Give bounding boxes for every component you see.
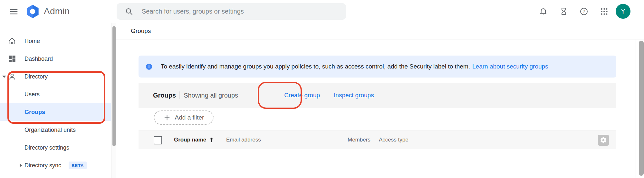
sidebar-item-groups[interactable]: Groups xyxy=(0,103,111,121)
list-title: Groups xyxy=(153,92,176,99)
select-all-checkbox[interactable] xyxy=(154,136,162,144)
sidebar-item-label: Groups xyxy=(24,109,45,115)
sidebar-item-directory[interactable]: Directory xyxy=(0,68,111,85)
column-email-address: Email address xyxy=(226,137,261,143)
admin-hexagon-icon xyxy=(26,5,40,18)
svg-text:?: ? xyxy=(583,9,585,14)
tab-bar: Groups xyxy=(116,23,636,39)
avatar-initial: Y xyxy=(621,7,626,16)
topbar: Admin ? Y xyxy=(0,0,644,23)
sidebar-item-home[interactable]: Home xyxy=(0,32,111,50)
sidebar-item-organizational-units[interactable]: Organizational units xyxy=(0,121,111,139)
sidebar-item-directory-sync[interactable]: Directory sync BETA xyxy=(0,156,111,174)
sidebar-scrollbar xyxy=(111,23,116,178)
tasks-button[interactable] xyxy=(553,2,574,20)
admin-logo: Admin xyxy=(26,3,70,20)
help-button[interactable]: ? xyxy=(574,2,594,20)
manage-columns-button[interactable] xyxy=(598,135,609,146)
collapse-caret-icon[interactable] xyxy=(2,76,6,78)
dashboard-icon xyxy=(8,54,16,63)
sidebar-item-label: Dashboard xyxy=(24,55,53,62)
apps-grid-icon xyxy=(600,7,609,16)
info-icon xyxy=(145,63,153,70)
inspect-groups-link[interactable]: Inspect groups xyxy=(334,92,374,99)
sidebar-scrollbar-thumb[interactable] xyxy=(112,26,116,146)
search-input[interactable] xyxy=(142,8,346,15)
sort-ascending-icon[interactable] xyxy=(208,137,215,143)
sidebar-item-users[interactable]: Users xyxy=(0,85,111,103)
sidebar-item-label: Directory sync xyxy=(24,162,61,169)
menu-icon[interactable] xyxy=(7,5,21,18)
main-scrollbar xyxy=(636,39,644,178)
plus-icon xyxy=(163,114,171,121)
banner-text: To easily identify and manage groups you… xyxy=(161,63,470,70)
sidebar-item-label: Home xyxy=(24,37,40,44)
column-access-type: Access type xyxy=(379,137,409,143)
main-content: Groups To easily identify and manage gro… xyxy=(116,23,636,178)
sidebar: Home Dashboard Directory Users Groups Or… xyxy=(0,23,111,178)
topbar-actions: ? Y xyxy=(533,0,630,23)
groups-table-header: Group name Email address Members Access … xyxy=(139,131,616,149)
sidebar-item-label: Directory settings xyxy=(24,144,69,151)
bell-icon xyxy=(539,7,548,16)
create-group-link[interactable]: Create group xyxy=(284,92,320,99)
hamburger-icon xyxy=(9,7,19,16)
groups-list-header: Groups Showing all groups Create group I… xyxy=(139,83,616,108)
tab-groups[interactable]: Groups xyxy=(131,27,151,35)
column-group-name[interactable]: Group name xyxy=(174,137,206,143)
app-name: Admin xyxy=(44,6,70,16)
search-icon xyxy=(125,7,133,16)
account-avatar[interactable]: Y xyxy=(616,4,630,19)
person-icon xyxy=(8,72,16,81)
beta-badge: BETA xyxy=(69,162,87,169)
title-divider xyxy=(179,91,180,99)
sidebar-item-dashboard[interactable]: Dashboard xyxy=(0,50,111,68)
column-members: Members xyxy=(348,137,370,143)
admin-console: Admin ? Y Home xyxy=(0,0,644,178)
hourglass-icon xyxy=(560,7,568,16)
list-subtitle: Showing all groups xyxy=(184,92,238,99)
main-scrollbar-thumb[interactable] xyxy=(639,41,644,176)
help-icon: ? xyxy=(580,7,588,16)
home-icon xyxy=(8,37,16,45)
security-groups-banner: To easily identify and manage groups you… xyxy=(139,56,616,78)
notifications-button[interactable] xyxy=(533,2,553,20)
add-filter-label: Add a filter xyxy=(175,114,204,121)
expand-caret-icon[interactable] xyxy=(20,163,22,167)
sidebar-item-label: Organizational units xyxy=(24,126,76,133)
learn-about-security-groups-link[interactable]: Learn about security groups xyxy=(472,63,548,70)
apps-grid-button[interactable] xyxy=(594,2,614,20)
sidebar-item-label: Users xyxy=(24,91,40,98)
search-bar[interactable] xyxy=(117,3,346,20)
sidebar-item-label: Directory xyxy=(24,73,48,80)
add-filter-button[interactable]: Add a filter xyxy=(154,110,214,125)
gear-icon xyxy=(600,137,607,144)
sidebar-item-directory-settings[interactable]: Directory settings xyxy=(0,139,111,156)
